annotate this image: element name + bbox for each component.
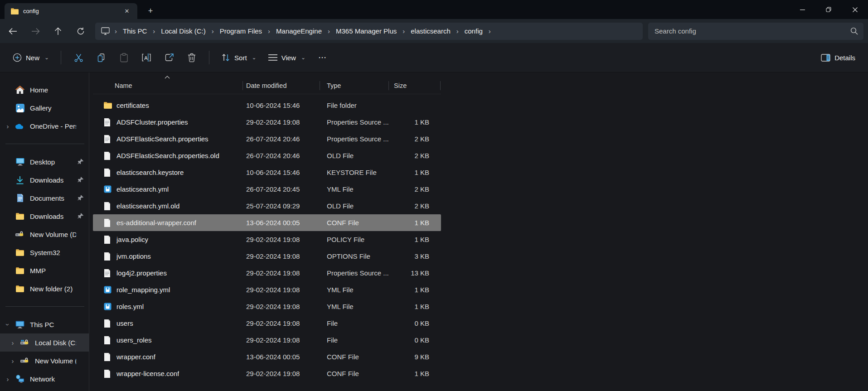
this-pc-icon[interactable] [101, 27, 110, 36]
rename-button[interactable]: A [136, 48, 156, 67]
file-row[interactable]: ADSFElasticSearch.properties.old 26-07-2… [93, 147, 441, 164]
sidebar-item-downloads[interactable]: Downloads [0, 207, 89, 225]
new-button[interactable]: New ⌄ [8, 49, 53, 66]
toolbar-divider [61, 51, 61, 64]
file-row[interactable]: elasticsearch.yml 26-07-2024 20:45 YML F… [93, 181, 441, 198]
breadcrumb-item[interactable]: ManageEngine [273, 25, 325, 37]
breadcrumb-chevron-icon[interactable]: › [399, 27, 408, 35]
breadcrumb-chevron-icon[interactable]: › [112, 27, 120, 35]
tab-close-icon[interactable]: ✕ [121, 5, 133, 17]
file-row[interactable]: es-additional-wrapper.conf 13-06-2024 00… [93, 214, 441, 231]
pin-icon [76, 213, 85, 219]
breadcrumb-chevron-icon[interactable]: › [150, 27, 158, 35]
breadcrumb-item[interactable]: config [462, 25, 485, 37]
column-divider[interactable] [388, 81, 389, 90]
sidebar-item-system32[interactable]: System32 [0, 243, 89, 261]
file-row[interactable]: jvm.options 29-02-2024 19:08 OPTIONS Fil… [93, 248, 441, 265]
minimize-button[interactable] [789, 0, 815, 19]
file-row[interactable]: users_roles 29-02-2024 19:08 File 0 KB [93, 332, 441, 348]
sidebar-item-new-volume-d[interactable]: New Volume (D:) [0, 225, 89, 243]
chevron-icon[interactable]: › [0, 375, 15, 383]
folder-icon [15, 212, 24, 221]
file-row[interactable]: ADSFElasticSearch.properties 26-07-2024 … [93, 130, 441, 147]
breadcrumb-chevron-icon[interactable]: › [265, 27, 273, 35]
file-row[interactable]: wrapper.conf 13-06-2024 00:05 CONF File … [93, 348, 441, 365]
sidebar-item-label: Home [30, 86, 76, 94]
file-row[interactable]: wrapper-license.conf 29-02-2024 19:08 CO… [93, 365, 441, 382]
sidebar-item-downloads[interactable]: Downloads [0, 171, 89, 189]
up-button[interactable] [49, 23, 67, 39]
sidebar-item-mmp[interactable]: MMP [0, 261, 89, 280]
breadcrumb-item[interactable]: Local Disk (C:) [158, 25, 208, 37]
column-header-date-modified[interactable]: Date modified [244, 82, 321, 89]
delete-button[interactable] [182, 48, 202, 67]
column-divider[interactable] [320, 81, 320, 90]
file-row[interactable]: java.policy 29-02-2024 19:08 POLICY File… [93, 231, 441, 248]
search-icon[interactable] [850, 27, 858, 35]
file-type: CONF File [321, 353, 390, 361]
file-row[interactable]: ADSFCluster.properties 29-02-2024 19:08 … [93, 114, 441, 130]
forward-button[interactable] [26, 23, 44, 39]
chevron-icon[interactable]: › [0, 122, 15, 130]
column-divider[interactable] [242, 81, 243, 90]
sidebar-item-label: Documents [30, 194, 76, 202]
details-button[interactable]: Details [816, 50, 860, 65]
restore-button[interactable] [815, 0, 842, 19]
sidebar-item-new-volume-d[interactable]: › New Volume (D:) [0, 352, 89, 370]
new-tab-button[interactable]: + [144, 5, 157, 17]
file-row[interactable]: users 29-02-2024 19:08 File 0 KB [93, 315, 441, 332]
file-row[interactable]: roles.yml 29-02-2024 19:08 YML File 1 KB [93, 298, 441, 315]
chevron-icon[interactable]: › [5, 339, 20, 347]
sidebar-item-label: New Volume (D:) [35, 357, 76, 365]
breadcrumb-chevron-icon[interactable]: › [453, 27, 462, 35]
cut-button[interactable] [68, 48, 88, 67]
column-header-type[interactable]: Type [321, 82, 390, 89]
file-row[interactable]: certificates 10-06-2024 15:46 File folde… [93, 97, 441, 114]
file-size: 1 KB [390, 219, 441, 227]
search-input[interactable] [655, 27, 850, 35]
chevron-icon[interactable]: › [4, 317, 12, 332]
sidebar-item-desktop[interactable]: Desktop [0, 153, 89, 171]
file-row[interactable]: role_mapping.yml 29-02-2024 19:08 YML Fi… [93, 281, 441, 298]
share-button[interactable] [159, 48, 179, 67]
paste-button[interactable] [114, 48, 134, 67]
breadcrumb: ›This PC›Local Disk (C:)›Program Files›M… [95, 23, 643, 40]
sort-button[interactable]: Sort ⌄ [217, 49, 261, 66]
column-header-size[interactable]: Size [390, 82, 441, 89]
column-divider[interactable] [440, 81, 441, 90]
window-controls [789, 0, 868, 19]
file-row[interactable]: log4j2.properties 29-02-2024 19:08 Prope… [93, 265, 441, 281]
chevron-icon[interactable]: › [5, 357, 20, 365]
sidebar-item-network[interactable]: › Network [0, 370, 89, 388]
breadcrumb-item[interactable]: elasticsearch [408, 25, 453, 37]
column-header-name[interactable]: Name [93, 82, 244, 89]
drive-icon [20, 356, 29, 365]
breadcrumb-item[interactable]: This PC [120, 25, 150, 37]
tab-config[interactable]: config ✕ [5, 3, 137, 19]
copy-button[interactable] [91, 48, 111, 67]
file-name: role_mapping.yml [116, 286, 170, 294]
file-row[interactable]: elasticsearch.yml.old 25-07-2024 09:29 O… [93, 198, 441, 214]
command-bar: New ⌄ A Sort ⌄ [0, 43, 868, 72]
folder-icon [15, 248, 24, 257]
view-button[interactable]: View ⌄ [264, 50, 310, 65]
sidebar-item-home[interactable]: Home [0, 81, 89, 99]
more-options-button[interactable]: ⋯ [313, 49, 333, 66]
breadcrumb-chevron-icon[interactable]: › [485, 27, 494, 35]
refresh-button[interactable] [72, 23, 90, 39]
sidebar-item-documents[interactable]: Documents [0, 189, 89, 207]
close-button[interactable] [842, 0, 868, 19]
file-name: ADSFElasticSearch.properties [116, 135, 209, 143]
sidebar-item-gallery[interactable]: Gallery [0, 99, 89, 117]
sidebar-item-local-disk-c[interactable]: › Local Disk (C:) [0, 333, 89, 352]
sidebar-item-this-pc[interactable]: › This PC [0, 315, 89, 333]
file-row[interactable]: elasticsearch.keystore 10-06-2024 15:46 … [93, 164, 441, 181]
breadcrumb-chevron-icon[interactable]: › [325, 27, 333, 35]
file-type: YML File [321, 185, 390, 193]
back-button[interactable] [4, 23, 22, 39]
breadcrumb-chevron-icon[interactable]: › [209, 27, 217, 35]
sidebar-item-onedrive-persona[interactable]: › OneDrive - Persona [0, 117, 89, 135]
breadcrumb-item[interactable]: Program Files [217, 25, 265, 37]
breadcrumb-item[interactable]: M365 Manager Plus [333, 25, 399, 37]
sidebar-item-new-folder-2[interactable]: New folder (2) [0, 280, 89, 298]
